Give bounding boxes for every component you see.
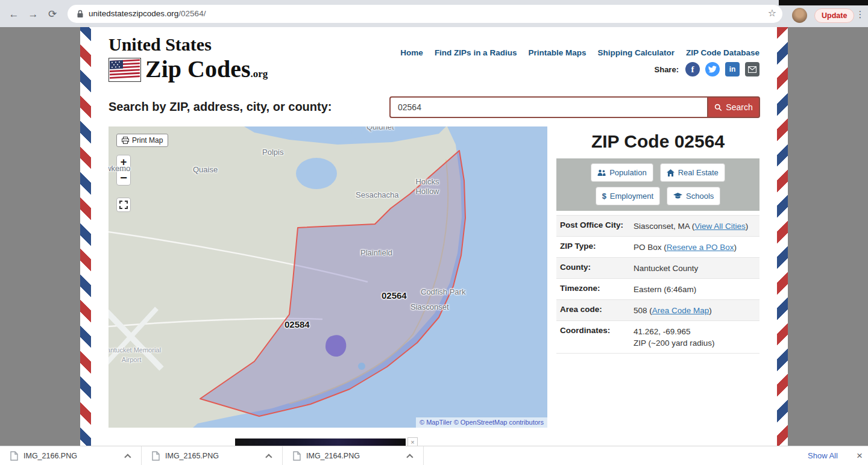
download-menu-chevron-icon[interactable] <box>406 454 413 460</box>
map-attribution[interactable]: © MapTiler © OpenStreetMap contributors <box>416 417 547 428</box>
downloads-bar-close-icon[interactable]: × <box>852 446 867 465</box>
area-code-map-link[interactable]: Area Code Map <box>652 306 709 315</box>
twitter-share-icon[interactable] <box>705 62 720 76</box>
site-logo-text-top[interactable]: United States <box>108 34 212 55</box>
download-filename: IMG_2165.PNG <box>165 452 219 460</box>
nav-zip-code-database[interactable]: ZIP Code Database <box>686 48 760 57</box>
row-value: Nantucket County <box>634 263 698 274</box>
map-label-hoicks-hollow: Hoicks Hollow <box>407 177 447 196</box>
row-label: Coordinates: <box>560 326 634 349</box>
row-value-text: PO Box ( <box>634 243 667 252</box>
fullscreen-button[interactable] <box>116 198 131 212</box>
email-share-icon[interactable] <box>745 62 760 76</box>
url-text: unitedstateszipcodes.org/02564/ <box>89 9 206 18</box>
print-map-button[interactable]: Print Map <box>116 134 168 147</box>
row-label: Area code: <box>560 305 634 316</box>
download-item[interactable]: IMG_2166.PNG <box>0 446 142 465</box>
row-value: 41.262, -69.965ZIP (~200 yard radius) <box>634 326 714 349</box>
row-value: 508 (Area Code Map) <box>634 305 712 316</box>
share-row: Share: f in <box>655 62 760 76</box>
map-label-shawkemo: Shawkemo <box>108 164 130 173</box>
nav-shipping-calculator[interactable]: Shipping Calculator <box>597 48 675 57</box>
search-button[interactable]: Search <box>707 96 760 118</box>
map-zip-label-02564: 02564 <box>382 290 407 301</box>
airmail-border-right <box>777 27 788 465</box>
browser-menu-icon[interactable]: ⋮ <box>854 7 866 22</box>
row-value-text: 41.262, -69.965 <box>634 327 691 336</box>
row-value-text: 508 ( <box>634 306 652 315</box>
profile-avatar[interactable] <box>792 8 807 23</box>
search-icon <box>714 104 722 111</box>
home-icon <box>667 169 675 176</box>
download-menu-chevron-icon[interactable] <box>265 454 272 460</box>
search-input[interactable] <box>389 96 707 118</box>
flag-logo-icon[interactable] <box>108 58 141 82</box>
row-value: PO Box (Reserve a PO Box) <box>634 242 737 253</box>
schools-button[interactable]: Schools <box>667 187 720 205</box>
quick-links-box: Population Real Estate $ Employment Scho… <box>556 158 760 211</box>
map-label-plainfield: Plainfield <box>360 248 392 257</box>
row-value-text: Nantucket County <box>634 264 698 273</box>
print-map-label: Print Map <box>132 136 163 145</box>
show-all-downloads-button[interactable]: Show All <box>808 446 838 465</box>
download-item[interactable]: IMG_2164.PNG <box>283 446 424 465</box>
zip-info-table: Post Office City: Siasconset, MA (View A… <box>556 215 760 354</box>
table-row: Coordinates: 41.262, -69.965ZIP (~200 ya… <box>556 320 760 354</box>
real-estate-label: Real Estate <box>678 168 719 177</box>
search-label: Search by ZIP, address, city, or county: <box>108 100 332 114</box>
file-icon <box>151 451 160 461</box>
reserve-po-box-link[interactable]: Reserve a PO Box <box>667 243 734 252</box>
nav-printable-maps[interactable]: Printable Maps <box>528 48 586 57</box>
row-value-post: ) <box>709 306 712 315</box>
employment-button[interactable]: $ Employment <box>596 187 660 205</box>
file-icon <box>292 451 301 461</box>
reload-button[interactable]: ⟳ <box>45 7 60 22</box>
nav-find-zips-radius[interactable]: Find ZIPs in a Radius <box>435 48 517 57</box>
page-title: ZIP Code 02564 <box>556 131 760 152</box>
row-label: County: <box>560 263 634 274</box>
webpage: United States Zip Codes.org Home Find ZI… <box>80 27 788 465</box>
forward-button[interactable]: → <box>25 7 41 22</box>
window-background-strip <box>779 0 868 5</box>
table-row: ZIP Type: PO Box (Reserve a PO Box) <box>556 236 760 257</box>
nav-home[interactable]: Home <box>400 48 423 57</box>
facebook-share-icon[interactable]: f <box>685 62 700 76</box>
real-estate-button[interactable]: Real Estate <box>660 163 725 182</box>
site-logo-text-main[interactable]: Zip Codes.org <box>145 55 268 83</box>
file-icon <box>10 451 18 461</box>
download-menu-chevron-icon[interactable] <box>124 454 131 460</box>
people-icon <box>597 169 606 176</box>
row-value-text: Eastern (6:46am) <box>634 285 696 294</box>
population-button[interactable]: Population <box>591 163 653 182</box>
row-value-line2: ZIP (~200 yard radius) <box>634 337 714 349</box>
map-label-codfish-park: Codfish Park <box>421 287 465 296</box>
url-bar[interactable]: unitedstateszipcodes.org/02564/ ☆ <box>68 5 782 23</box>
employment-label: Employment <box>610 192 653 201</box>
download-item[interactable]: IMG_2165.PNG <box>142 446 283 465</box>
row-value-post: ) <box>746 222 749 231</box>
back-button[interactable]: ← <box>6 7 22 22</box>
map-label-polpis: Polpis <box>262 148 283 157</box>
chrome-update-button[interactable]: Update <box>814 8 854 23</box>
airmail-border-left <box>80 27 91 465</box>
bookmark-star-icon[interactable]: ☆ <box>768 7 776 19</box>
lock-icon <box>77 10 84 20</box>
view-all-cities-link[interactable]: View All Cities <box>694 222 746 231</box>
row-value: Siasconset, MA (View All Cities) <box>634 220 748 232</box>
row-label: Timezone: <box>560 284 634 295</box>
url-path: /02564/ <box>178 9 206 18</box>
search-form: Search <box>389 96 760 118</box>
download-filename: IMG_2166.PNG <box>24 452 77 460</box>
row-label: ZIP Type: <box>560 242 634 253</box>
map-zip-label-02584: 02584 <box>285 319 310 329</box>
download-filename: IMG_2164.PNG <box>306 452 360 460</box>
url-domain: unitedstateszipcodes.org <box>89 9 178 18</box>
main-navigation: Home Find ZIPs in a Radius Printable Map… <box>400 48 760 57</box>
linkedin-share-icon[interactable]: in <box>725 62 740 76</box>
zip-map[interactable]: Print Map + − Quidnet Polpis Quaise Shaw… <box>108 126 547 428</box>
browser-toolbar: ← → ⟳ unitedstateszipcodes.org/02564/ ☆ <box>0 0 868 27</box>
schools-label: Schools <box>686 192 714 201</box>
population-label: Population <box>609 168 646 177</box>
search-button-label: Search <box>726 102 752 112</box>
row-label: Post Office City: <box>560 220 634 232</box>
